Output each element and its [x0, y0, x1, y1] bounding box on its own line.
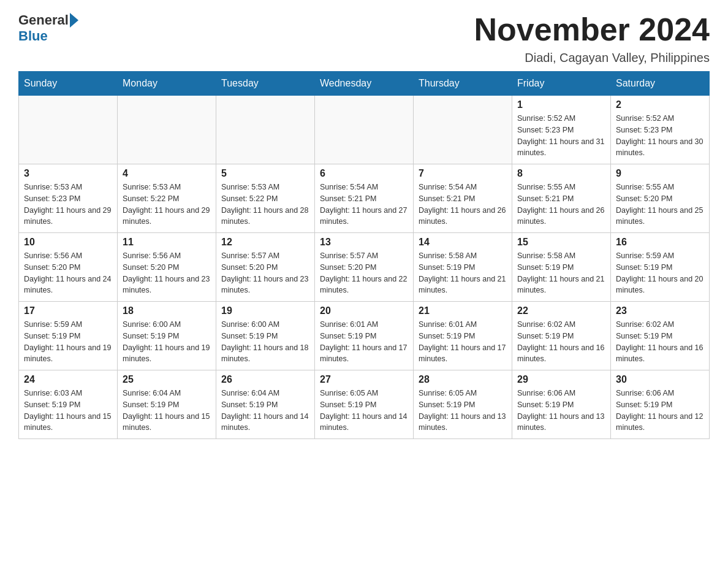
calendar-cell: [19, 96, 118, 164]
weekday-header-saturday: Saturday: [611, 72, 710, 96]
calendar-cell: 19Sunrise: 6:00 AMSunset: 5:19 PMDayligh…: [216, 302, 315, 370]
day-info: Sunrise: 6:05 AMSunset: 5:19 PMDaylight:…: [419, 388, 507, 434]
calendar-cell: 9Sunrise: 5:55 AMSunset: 5:20 PMDaylight…: [611, 164, 710, 233]
day-number: 30: [616, 374, 704, 385]
calendar-cell: 17Sunrise: 5:59 AMSunset: 5:19 PMDayligh…: [19, 302, 118, 370]
day-number: 6: [320, 168, 408, 179]
calendar-cell: 27Sunrise: 6:05 AMSunset: 5:19 PMDayligh…: [315, 370, 414, 439]
calendar-cell: 2Sunrise: 5:52 AMSunset: 5:23 PMDaylight…: [611, 96, 710, 164]
day-info: Sunrise: 6:01 AMSunset: 5:19 PMDaylight:…: [320, 319, 408, 365]
day-number: 22: [517, 305, 605, 316]
day-info: Sunrise: 6:00 AMSunset: 5:19 PMDaylight:…: [123, 319, 211, 365]
calendar-header: SundayMondayTuesdayWednesdayThursdayFrid…: [19, 72, 710, 96]
day-info: Sunrise: 5:55 AMSunset: 5:20 PMDaylight:…: [616, 182, 704, 228]
day-number: 24: [24, 374, 112, 385]
calendar-cell: 26Sunrise: 6:04 AMSunset: 5:19 PMDayligh…: [216, 370, 315, 439]
day-number: 19: [221, 305, 309, 316]
day-info: Sunrise: 6:02 AMSunset: 5:19 PMDaylight:…: [517, 319, 605, 365]
page-header: General Blue November 2024 Diadi, Cagaya…: [18, 12, 710, 65]
day-info: Sunrise: 6:05 AMSunset: 5:19 PMDaylight:…: [320, 388, 408, 434]
calendar-body: 1Sunrise: 5:52 AMSunset: 5:23 PMDaylight…: [19, 96, 710, 439]
day-info: Sunrise: 5:58 AMSunset: 5:19 PMDaylight:…: [419, 250, 507, 296]
calendar-cell: 29Sunrise: 6:06 AMSunset: 5:19 PMDayligh…: [512, 370, 611, 439]
calendar-cell: 10Sunrise: 5:56 AMSunset: 5:20 PMDayligh…: [19, 233, 118, 302]
day-number: 27: [320, 374, 408, 385]
calendar-cell: 13Sunrise: 5:57 AMSunset: 5:20 PMDayligh…: [315, 233, 414, 302]
day-info: Sunrise: 6:02 AMSunset: 5:19 PMDaylight:…: [616, 319, 704, 365]
calendar-week-row: 1Sunrise: 5:52 AMSunset: 5:23 PMDaylight…: [19, 96, 710, 164]
title-section: November 2024 Diadi, Cagayan Valley, Phi…: [474, 12, 710, 65]
calendar-table: SundayMondayTuesdayWednesdayThursdayFrid…: [18, 71, 710, 439]
calendar-cell: [414, 96, 512, 164]
day-number: 3: [24, 168, 112, 179]
day-info: Sunrise: 5:53 AMSunset: 5:23 PMDaylight:…: [24, 182, 112, 228]
day-number: 25: [123, 374, 211, 385]
calendar-cell: [315, 96, 414, 164]
weekday-header-row: SundayMondayTuesdayWednesdayThursdayFrid…: [19, 72, 710, 96]
calendar-cell: 3Sunrise: 5:53 AMSunset: 5:23 PMDaylight…: [19, 164, 118, 233]
day-info: Sunrise: 5:56 AMSunset: 5:20 PMDaylight:…: [123, 250, 211, 296]
day-info: Sunrise: 6:03 AMSunset: 5:19 PMDaylight:…: [24, 388, 112, 434]
day-info: Sunrise: 6:06 AMSunset: 5:19 PMDaylight:…: [616, 388, 704, 434]
calendar-cell: 18Sunrise: 6:00 AMSunset: 5:19 PMDayligh…: [118, 302, 216, 370]
day-info: Sunrise: 5:54 AMSunset: 5:21 PMDaylight:…: [320, 182, 408, 228]
day-number: 23: [616, 305, 704, 316]
day-number: 16: [616, 237, 704, 248]
calendar-cell: 15Sunrise: 5:58 AMSunset: 5:19 PMDayligh…: [512, 233, 611, 302]
calendar-cell: 28Sunrise: 6:05 AMSunset: 5:19 PMDayligh…: [414, 370, 512, 439]
day-number: 21: [419, 305, 507, 316]
main-title: November 2024: [474, 12, 710, 47]
weekday-header-wednesday: Wednesday: [315, 72, 414, 96]
day-number: 5: [221, 168, 309, 179]
day-number: 15: [517, 237, 605, 248]
day-number: 13: [320, 237, 408, 248]
day-info: Sunrise: 5:53 AMSunset: 5:22 PMDaylight:…: [123, 182, 211, 228]
calendar-cell: 16Sunrise: 5:59 AMSunset: 5:19 PMDayligh…: [611, 233, 710, 302]
day-info: Sunrise: 5:59 AMSunset: 5:19 PMDaylight:…: [24, 319, 112, 365]
weekday-header-sunday: Sunday: [19, 72, 118, 96]
day-info: Sunrise: 5:57 AMSunset: 5:20 PMDaylight:…: [320, 250, 408, 296]
calendar-cell: 23Sunrise: 6:02 AMSunset: 5:19 PMDayligh…: [611, 302, 710, 370]
logo-blue: Blue: [18, 28, 48, 44]
calendar-week-row: 10Sunrise: 5:56 AMSunset: 5:20 PMDayligh…: [19, 233, 710, 302]
calendar-cell: 20Sunrise: 6:01 AMSunset: 5:19 PMDayligh…: [315, 302, 414, 370]
day-info: Sunrise: 6:04 AMSunset: 5:19 PMDaylight:…: [221, 388, 309, 434]
day-number: 9: [616, 168, 704, 179]
day-info: Sunrise: 6:00 AMSunset: 5:19 PMDaylight:…: [221, 319, 309, 365]
day-info: Sunrise: 5:53 AMSunset: 5:22 PMDaylight:…: [221, 182, 309, 228]
day-number: 29: [517, 374, 605, 385]
weekday-header-friday: Friday: [512, 72, 611, 96]
calendar-cell: 5Sunrise: 5:53 AMSunset: 5:22 PMDaylight…: [216, 164, 315, 233]
day-info: Sunrise: 5:57 AMSunset: 5:20 PMDaylight:…: [221, 250, 309, 296]
calendar-cell: [118, 96, 216, 164]
day-number: 4: [123, 168, 211, 179]
day-info: Sunrise: 5:52 AMSunset: 5:23 PMDaylight:…: [517, 113, 605, 159]
logo: General Blue: [18, 12, 80, 44]
day-number: 14: [419, 237, 507, 248]
calendar-cell: 12Sunrise: 5:57 AMSunset: 5:20 PMDayligh…: [216, 233, 315, 302]
day-number: 12: [221, 237, 309, 248]
day-info: Sunrise: 5:59 AMSunset: 5:19 PMDaylight:…: [616, 250, 704, 296]
day-number: 18: [123, 305, 211, 316]
weekday-header-thursday: Thursday: [414, 72, 512, 96]
calendar-cell: [216, 96, 315, 164]
calendar-cell: 30Sunrise: 6:06 AMSunset: 5:19 PMDayligh…: [611, 370, 710, 439]
calendar-cell: 1Sunrise: 5:52 AMSunset: 5:23 PMDaylight…: [512, 96, 611, 164]
day-info: Sunrise: 5:56 AMSunset: 5:20 PMDaylight:…: [24, 250, 112, 296]
day-info: Sunrise: 6:01 AMSunset: 5:19 PMDaylight:…: [419, 319, 507, 365]
calendar-cell: 6Sunrise: 5:54 AMSunset: 5:21 PMDaylight…: [315, 164, 414, 233]
calendar-cell: 11Sunrise: 5:56 AMSunset: 5:20 PMDayligh…: [118, 233, 216, 302]
calendar-cell: 25Sunrise: 6:04 AMSunset: 5:19 PMDayligh…: [118, 370, 216, 439]
day-number: 1: [517, 99, 605, 110]
logo-arrow-icon: [70, 13, 78, 28]
weekday-header-monday: Monday: [118, 72, 216, 96]
calendar-week-row: 17Sunrise: 5:59 AMSunset: 5:19 PMDayligh…: [19, 302, 710, 370]
day-number: 7: [419, 168, 507, 179]
day-info: Sunrise: 6:06 AMSunset: 5:19 PMDaylight:…: [517, 388, 605, 434]
day-number: 17: [24, 305, 112, 316]
calendar-cell: 24Sunrise: 6:03 AMSunset: 5:19 PMDayligh…: [19, 370, 118, 439]
day-info: Sunrise: 5:54 AMSunset: 5:21 PMDaylight:…: [419, 182, 507, 228]
weekday-header-tuesday: Tuesday: [216, 72, 315, 96]
day-number: 26: [221, 374, 309, 385]
day-info: Sunrise: 5:55 AMSunset: 5:21 PMDaylight:…: [517, 182, 605, 228]
